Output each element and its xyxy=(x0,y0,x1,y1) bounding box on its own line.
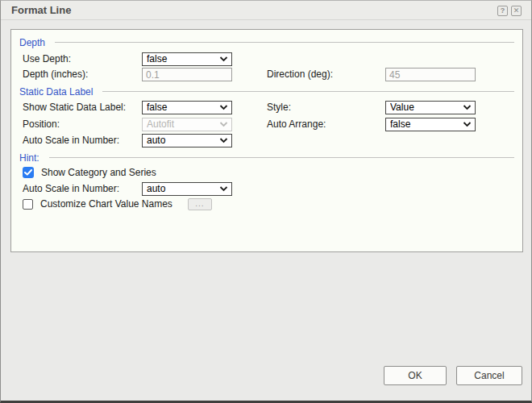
position-dropdown: Autofit xyxy=(142,118,232,131)
row-position: Position: Autofit Auto Arrange: false xyxy=(11,118,522,131)
title-bar: Format Line ? ✕ xyxy=(1,1,531,20)
use-depth-dropdown[interactable]: false xyxy=(142,52,232,66)
chevron-down-icon xyxy=(219,105,228,110)
auto-scale-label: Auto Scale in Number: xyxy=(23,134,119,147)
section-header-depth: Depth xyxy=(19,36,514,48)
close-icon[interactable]: ✕ xyxy=(511,6,522,16)
row-show-category-and-series: Show Category and Series xyxy=(23,166,156,179)
chevron-down-icon xyxy=(219,186,228,192)
chevron-down-icon xyxy=(219,122,228,127)
use-depth-label: Use Depth: xyxy=(23,52,71,66)
auto-scale-hint-dropdown[interactable]: auto xyxy=(142,182,232,196)
section-divider xyxy=(49,157,514,158)
row-depth-inches: Depth (inches): Direction (deg): xyxy=(11,68,522,81)
style-dropdown[interactable]: Value xyxy=(385,101,476,114)
row-show-static-data-label: Show Static Data Label: false Style: Val… xyxy=(11,101,522,114)
cancel-button[interactable]: Cancel xyxy=(456,366,522,385)
customize-chart-value-names-checkbox[interactable] xyxy=(23,199,33,210)
auto-scale-dropdown[interactable]: auto xyxy=(142,134,232,147)
row-customize-chart-value-names: Customize Chart Value Names ... xyxy=(23,197,212,210)
settings-groupbox: Depth Use Depth: false Depth (inches): D… xyxy=(10,29,523,252)
section-title-hint: Hint: xyxy=(19,152,39,164)
show-category-label: Show Category and Series xyxy=(41,166,156,179)
chevron-down-icon xyxy=(463,122,472,127)
chevron-down-icon xyxy=(219,138,228,143)
show-static-data-label-dropdown[interactable]: false xyxy=(142,101,232,114)
chevron-down-icon xyxy=(219,56,228,62)
auto-arrange-dropdown[interactable]: false xyxy=(385,118,476,131)
title-bar-buttons: ? ✕ xyxy=(497,6,522,16)
auto-scale-hint-label: Auto Scale in Number: xyxy=(23,182,119,196)
ok-button[interactable]: OK xyxy=(384,366,447,385)
section-title-depth: Depth xyxy=(19,37,45,48)
section-title-static-data-label: Static Data Label xyxy=(19,86,93,98)
show-category-checkbox[interactable] xyxy=(23,167,34,178)
row-use-depth: Use Depth: false xyxy=(11,52,522,66)
auto-arrange-label: Auto Arrange: xyxy=(267,118,326,131)
style-label: Style: xyxy=(267,101,291,114)
format-line-dialog: Format Line ? ✕ Depth Use Depth: false D… xyxy=(0,0,532,403)
help-icon[interactable]: ? xyxy=(497,6,508,16)
row-auto-scale-static: Auto Scale in Number: auto xyxy=(11,134,522,147)
section-divider xyxy=(55,42,514,43)
customize-chart-value-names-label: Customize Chart Value Names xyxy=(40,197,172,210)
ellipsis-button: ... xyxy=(188,198,212,210)
checkmark-icon xyxy=(24,169,32,176)
row-auto-scale-hint: Auto Scale in Number: auto xyxy=(11,182,522,196)
section-header-static-data-label: Static Data Label xyxy=(19,85,514,98)
show-static-data-label-label: Show Static Data Label: xyxy=(23,101,126,114)
position-label: Position: xyxy=(23,118,60,131)
section-header-hint: Hint: xyxy=(19,152,514,164)
direction-input xyxy=(385,68,476,81)
dialog-title: Format Line xyxy=(11,4,71,16)
section-divider xyxy=(102,91,514,92)
direction-label: Direction (deg): xyxy=(267,68,333,81)
depth-inches-label: Depth (inches): xyxy=(23,68,88,81)
chevron-down-icon xyxy=(463,105,472,110)
depth-inches-input xyxy=(142,68,232,81)
